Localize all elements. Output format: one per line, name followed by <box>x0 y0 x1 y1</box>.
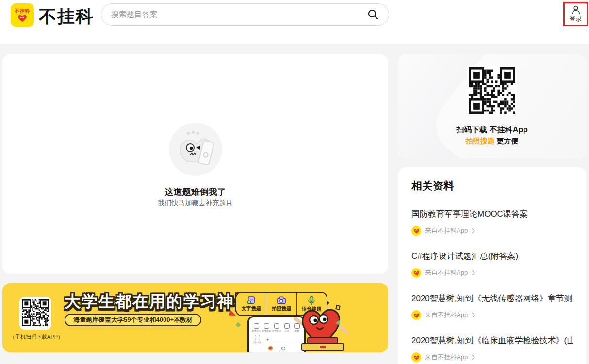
document-search-icon <box>246 296 256 305</box>
qr-caption-rest: 更方便 <box>494 137 518 145</box>
chevron-right-icon <box>472 354 475 360</box>
search-icon[interactable] <box>367 9 379 20</box>
related-item-title[interactable]: 2020智慧树,知到《临床血液学检验技术》(山… <box>411 335 573 346</box>
phone-app-icon <box>254 323 259 329</box>
banner-qr-code <box>22 299 49 326</box>
triangle-decor-green <box>335 320 340 326</box>
phone-dock-icon <box>268 346 273 350</box>
empty-result-card: 这道题难倒我了 我们快马加鞭去补充题目 <box>2 54 388 274</box>
feature-label: 文字搜题 <box>242 305 261 312</box>
banner-subtitle-pill: 海量题库覆盖大学59个专业和4000+本教材 <box>65 314 201 326</box>
phone-app-icon <box>264 323 269 329</box>
source-label: 来自不挂科App <box>425 226 468 235</box>
related-item: 2020智慧树,知到《临床血液学检验技术》(山… 来自不挂科App <box>411 335 573 362</box>
phone-app-icon <box>255 335 260 340</box>
chevron-right-icon <box>472 312 475 318</box>
phone-clock-icon <box>281 347 285 350</box>
feature-photo-search: 拍照搜题 <box>266 293 296 315</box>
empty-state-mascot <box>169 123 222 176</box>
book-yellow <box>301 343 344 351</box>
related-item-title[interactable]: 2020智慧树,知到《无线传感器网络》章节测… <box>411 293 573 304</box>
phone-app-label: 高考资讯 <box>272 329 281 332</box>
buguake-app-icon <box>411 226 421 236</box>
header: 不挂科 不挂科 登录 <box>0 0 589 44</box>
chevron-right-icon <box>472 270 475 276</box>
empty-state-subtitle: 我们快马加鞭去补充题目 <box>2 199 388 207</box>
source-label: 来自不挂科App <box>425 311 468 319</box>
site-title[interactable]: 不挂科 <box>39 5 94 29</box>
related-item-title[interactable]: C#程序设计试题汇总(附答案) <box>411 251 573 262</box>
diamond-decor <box>235 322 241 327</box>
related-item: 国防教育军事理论MOOC课答案 来自不挂科App <box>411 209 573 236</box>
phone-app-icon <box>274 323 279 329</box>
plus-icon: + <box>266 337 269 342</box>
page: 不挂科 不挂科 登录 <box>0 0 589 364</box>
empty-state-title: 这道题难倒我了 <box>2 186 388 198</box>
chevron-right-icon <box>472 228 475 234</box>
buguake-app-icon <box>411 352 421 362</box>
source-label: 来自不挂科App <box>425 269 468 277</box>
related-item-source[interactable]: 来自不挂科App <box>411 226 573 236</box>
banner-qr-box <box>19 297 51 330</box>
login-button[interactable]: 登录 <box>563 2 588 26</box>
user-icon <box>571 5 581 14</box>
search-bar <box>101 3 389 26</box>
phone-app-icon <box>284 323 290 329</box>
login-label: 登录 <box>570 15 582 23</box>
qr-caption-line1: 扫码下载 不挂科App <box>398 125 586 135</box>
download-qr-code <box>467 66 517 115</box>
download-qr-card: 扫码下载 不挂科App 拍照搜题 更方便 <box>398 54 586 158</box>
related-item-source[interactable]: 来自不挂科App <box>411 310 573 320</box>
related-item: 2020智慧树,知到《无线传感器网络》章节测… 来自不挂科App <box>411 293 573 320</box>
banner-qr-caption: （手机扫码下载APP） <box>5 333 68 341</box>
banner-title: 大学生都在用的学习神器 <box>65 291 251 313</box>
heart-mascot-icon <box>17 14 28 22</box>
related-item-source[interactable]: 来自不挂科App <box>411 268 573 278</box>
feature-label: 拍照搜题 <box>272 305 291 312</box>
logo-badge-text: 不挂科 <box>15 8 30 14</box>
phone-app-label: 小说 <box>284 329 289 332</box>
camera-icon <box>277 296 286 305</box>
feature-text-search: 文字搜题 <box>236 293 266 315</box>
buguake-logo-badge[interactable]: 不挂科 <box>11 3 34 27</box>
phone-app-label: 高考真题 <box>262 329 271 332</box>
qr-caption-line2: 拍照搜题 更方便 <box>398 137 586 146</box>
microphone-icon <box>308 296 315 305</box>
qr-caption-highlight: 拍照搜题 <box>465 137 494 145</box>
buguake-app-icon <box>411 268 421 278</box>
search-input[interactable] <box>111 10 367 19</box>
related-title: 相关资料 <box>411 179 573 193</box>
app-promo-banner[interactable]: （手机扫码下载APP） 大学生都在用的学习神器 海量题库覆盖大学59个专业和40… <box>2 283 388 352</box>
book-stack <box>299 337 346 351</box>
related-item-source[interactable]: 来自不挂科App <box>411 352 573 362</box>
square-decor <box>335 305 341 310</box>
related-item: C#程序设计试题汇总(附答案) 来自不挂科App <box>411 251 573 278</box>
source-label: 来自不挂科App <box>425 353 468 362</box>
buguake-app-icon <box>411 310 421 320</box>
sparkle-icon: ✦ <box>325 300 330 307</box>
related-materials-card: 相关资料 国防教育军事理论MOOC课答案 来自不挂科App C#程序设计试题汇总… <box>398 167 586 364</box>
phone-app-label: 高考估分 <box>251 329 261 332</box>
related-item-title[interactable]: 国防教育军事理论MOOC课答案 <box>411 209 573 220</box>
